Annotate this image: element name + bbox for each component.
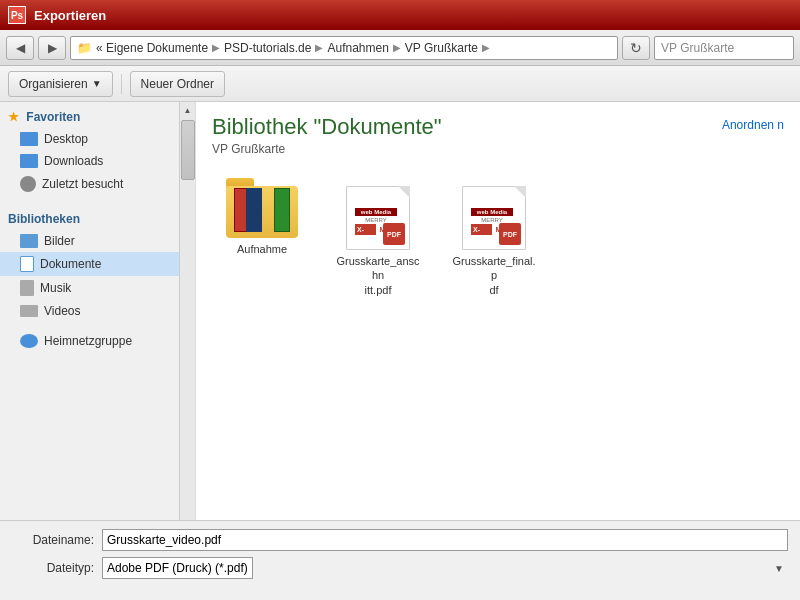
refresh-button[interactable]: ↻ xyxy=(622,36,650,60)
sidebar-item-label: Heimnetzgruppe xyxy=(44,334,132,348)
filetype-row: Dateityp: Adobe PDF (Druck) (*.pdf) ▼ xyxy=(12,557,788,579)
file-name: Grusskarte_anschnitt.pdf xyxy=(334,254,422,297)
filename-input[interactable] xyxy=(102,529,788,551)
select-dropdown-icon: ▼ xyxy=(774,563,784,574)
organize-dropdown-icon: ▼ xyxy=(92,78,102,89)
path-icon: 📁 xyxy=(77,41,92,55)
documents-icon xyxy=(20,256,34,272)
toolbar-divider xyxy=(121,74,122,94)
file-grid: Aufnahme web Media MERRY X- MAS xyxy=(212,172,784,303)
sidebar-item-label: Bilder xyxy=(44,234,75,248)
content-area: Anordnen n Bibliothek "Dokumente" VP Gru… xyxy=(196,102,800,520)
videos-icon xyxy=(20,305,38,317)
library-subtitle: VP Grußkarte xyxy=(212,142,784,156)
sidebar-item-label: Dokumente xyxy=(40,257,101,271)
app-icon: Ps xyxy=(8,6,26,24)
sidebar-item-documents[interactable]: Dokumente xyxy=(0,252,179,276)
favorites-header[interactable]: ★ Favoriten xyxy=(0,102,179,128)
forward-button[interactable]: ▶ xyxy=(38,36,66,60)
filename-row: Dateiname: xyxy=(12,529,788,551)
filetype-label: Dateityp: xyxy=(12,561,102,575)
title-bar: Ps Exportieren xyxy=(0,0,800,30)
sidebar-item-videos[interactable]: Videos xyxy=(0,300,179,322)
path-segment-4: VP Grußkarte xyxy=(405,41,478,55)
search-input[interactable] xyxy=(654,36,794,60)
file-item-grusskarte-final[interactable]: web Media MERRY X- MAS PDF xyxy=(444,172,544,303)
arrange-button[interactable]: Anordnen n xyxy=(722,118,784,132)
file-name: Grusskarte_final.pdf xyxy=(450,254,538,297)
filetype-select[interactable]: Adobe PDF (Druck) (*.pdf) xyxy=(102,557,253,579)
scroll-up-arrow[interactable]: ▲ xyxy=(180,102,195,118)
toolbar: Organisieren ▼ Neuer Ordner xyxy=(0,66,800,102)
back-button[interactable]: ◀ xyxy=(6,36,34,60)
scroll-thumb[interactable] xyxy=(181,120,195,180)
downloads-icon xyxy=(20,154,38,168)
libraries-header[interactable]: Bibliotheken xyxy=(0,204,179,230)
sidebar-item-downloads[interactable]: Downloads xyxy=(0,150,179,172)
sidebar-item-homegroup[interactable]: Heimnetzgruppe xyxy=(0,330,179,352)
pictures-icon xyxy=(20,234,38,248)
window-title: Exportieren xyxy=(34,8,106,23)
sidebar: ★ Favoriten Desktop Downloads Zuletzt be… xyxy=(0,102,196,520)
library-title: Bibliothek "Dokumente" xyxy=(212,114,784,140)
content-header: Anordnen n Bibliothek "Dokumente" VP Gru… xyxy=(212,114,784,156)
path-segment-3: Aufnahmen xyxy=(327,41,388,55)
address-path[interactable]: 📁 « Eigene Dokumente ▶ PSD-tutorials.de … xyxy=(70,36,618,60)
pdf-thumbnail: web Media MERRY X- MAS PDF xyxy=(458,178,530,250)
recent-icon xyxy=(20,176,36,192)
homegroup-icon xyxy=(20,334,38,348)
sidebar-item-label: Musik xyxy=(40,281,71,295)
sidebar-item-label: Zuletzt besucht xyxy=(42,177,123,191)
new-folder-button[interactable]: Neuer Ordner xyxy=(130,71,225,97)
sidebar-item-pictures[interactable]: Bilder xyxy=(0,230,179,252)
file-name: Aufnahme xyxy=(237,242,287,256)
sidebar-item-label: Desktop xyxy=(44,132,88,146)
address-bar: ◀ ▶ 📁 « Eigene Dokumente ▶ PSD-tutorials… xyxy=(0,30,800,66)
sidebar-item-label: Downloads xyxy=(44,154,103,168)
sidebar-item-label: Videos xyxy=(44,304,80,318)
filename-label: Dateiname: xyxy=(12,533,102,547)
path-segment-2: PSD-tutorials.de xyxy=(224,41,311,55)
folder-thumbnail xyxy=(226,178,298,238)
file-item-grusskarte-anschnitt[interactable]: web Media MERRY X- MAS PDF xyxy=(328,172,428,303)
sidebar-scrollbar[interactable]: ▲ xyxy=(179,102,195,520)
sidebar-item-desktop[interactable]: Desktop xyxy=(0,128,179,150)
music-icon xyxy=(20,280,34,296)
path-segment-1: « Eigene Dokumente xyxy=(96,41,208,55)
bottom-section: Dateiname: Dateityp: Adobe PDF (Druck) (… xyxy=(0,520,800,600)
pdf-thumbnail: web Media MERRY X- MAS PDF xyxy=(342,178,414,250)
main-area: ★ Favoriten Desktop Downloads Zuletzt be… xyxy=(0,102,800,520)
sidebar-item-music[interactable]: Musik xyxy=(0,276,179,300)
organize-button[interactable]: Organisieren ▼ xyxy=(8,71,113,97)
desktop-icon xyxy=(20,132,38,146)
filetype-select-wrapper: Adobe PDF (Druck) (*.pdf) ▼ xyxy=(102,557,788,579)
sidebar-item-recent[interactable]: Zuletzt besucht xyxy=(0,172,179,196)
file-item-aufnahme[interactable]: Aufnahme xyxy=(212,172,312,303)
